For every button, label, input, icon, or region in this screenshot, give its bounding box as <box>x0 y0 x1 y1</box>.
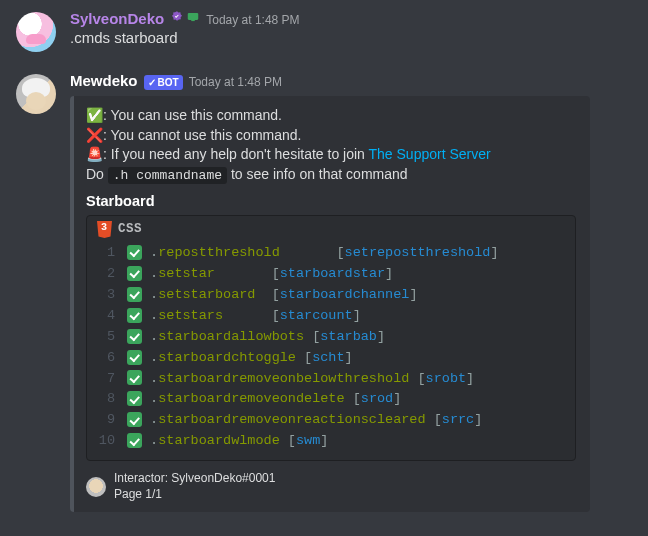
check-emoji: ✅ <box>86 106 103 126</box>
svg-rect-0 <box>188 13 199 20</box>
line-number: 1 <box>97 243 115 264</box>
line-number: 10 <box>97 431 115 452</box>
footer-text: Interactor: SylveonDeko#0001 Page 1/1 <box>114 471 275 502</box>
support-server-link[interactable]: The Support Server <box>369 146 491 162</box>
svg-rect-1 <box>191 20 195 21</box>
avatar[interactable] <box>16 12 56 52</box>
code-body: 1 .repostthreshold [setrepostthreshold]2… <box>87 241 575 460</box>
message-body: SylveonDeko Today at 1:48 PM .cmds starb… <box>70 10 632 52</box>
timestamp: Today at 1:48 PM <box>189 75 282 89</box>
timestamp: Today at 1:48 PM <box>206 13 299 27</box>
css3-icon <box>97 221 112 238</box>
permission-check-icon <box>127 350 142 365</box>
message-content: .cmds starboard <box>70 28 632 48</box>
desc-line-do: Do .h commandname to see info on that co… <box>86 165 576 185</box>
username[interactable]: SylveonDeko <box>70 10 164 27</box>
username[interactable]: Mewdeko <box>70 72 138 89</box>
avatar[interactable] <box>16 74 56 114</box>
code-line: 10 .starboardwlmode [swm] <box>97 431 565 452</box>
code-line: 3 .setstarboard [starboardchannel] <box>97 285 565 306</box>
footer-icon <box>86 477 106 497</box>
embed-description: ✅: You can use this command. ❌: You cann… <box>86 106 576 185</box>
bot-tag-label: BOT <box>158 76 179 89</box>
embed-field-title: Starboard <box>86 193 576 209</box>
code-line: 4 .setstars [starcount] <box>97 306 565 327</box>
code-lang-header: CSS <box>87 216 575 241</box>
embed: ✅: You can use this command. ❌: You cann… <box>70 96 590 512</box>
permission-check-icon <box>127 370 142 385</box>
code-line: 6 .starboardchtoggle [scht] <box>97 348 565 369</box>
inline-code: .h commandname <box>108 167 227 184</box>
permission-check-icon <box>127 433 142 448</box>
desc-line-help: 🚨: If you need any help don't hesitate t… <box>86 145 576 165</box>
code-lang-label: CSS <box>118 222 142 236</box>
user-badges <box>170 10 200 24</box>
code-block: CSS 1 .repostthreshold [setrepostthresho… <box>86 215 576 461</box>
line-number: 7 <box>97 369 115 390</box>
code-line: 2 .setstar [starboardstar] <box>97 264 565 285</box>
bot-tag: ✓ BOT <box>144 75 183 90</box>
permission-check-icon <box>127 412 142 427</box>
code-line: 9 .starboardremoveonreactionscleared [sr… <box>97 410 565 431</box>
line-number: 2 <box>97 264 115 285</box>
permission-check-icon <box>127 329 142 344</box>
footer-page: Page 1/1 <box>114 487 275 503</box>
online-status-icon <box>186 10 200 24</box>
footer-interactor: Interactor: SylveonDeko#0001 <box>114 471 275 487</box>
permission-check-icon <box>127 308 142 323</box>
message-header: Mewdeko ✓ BOT Today at 1:48 PM <box>70 72 632 90</box>
code-line: 1 .repostthreshold [setrepostthreshold] <box>97 243 565 264</box>
code-line: 7 .starboardremoveonbelowthreshold [srob… <box>97 369 565 390</box>
siren-emoji: 🚨 <box>86 145 103 165</box>
line-number: 9 <box>97 410 115 431</box>
permission-check-icon <box>127 245 142 260</box>
message-body: Mewdeko ✓ BOT Today at 1:48 PM ✅: You ca… <box>70 72 632 512</box>
cross-emoji: ❌ <box>86 126 103 146</box>
line-number: 6 <box>97 348 115 369</box>
code-line: 8 .starboardremoveondelete [srod] <box>97 389 565 410</box>
desc-line-cannot: ❌: You cannot use this command. <box>86 126 576 146</box>
desc-line-can: ✅: You can use this command. <box>86 106 576 126</box>
embed-footer: Interactor: SylveonDeko#0001 Page 1/1 <box>86 471 576 502</box>
permission-check-icon <box>127 287 142 302</box>
line-number: 8 <box>97 389 115 410</box>
permission-check-icon <box>127 266 142 281</box>
line-number: 5 <box>97 327 115 348</box>
permission-check-icon <box>127 391 142 406</box>
message-header: SylveonDeko Today at 1:48 PM <box>70 10 632 27</box>
line-number: 4 <box>97 306 115 327</box>
badge-verified-icon <box>170 10 184 24</box>
message-bot: Mewdeko ✓ BOT Today at 1:48 PM ✅: You ca… <box>0 68 648 514</box>
code-line: 5 .starboardallowbots [starbab] <box>97 327 565 348</box>
message-user: SylveonDeko Today at 1:48 PM .cmds starb… <box>0 6 648 54</box>
verified-check-icon: ✓ <box>148 76 156 89</box>
line-number: 3 <box>97 285 115 306</box>
